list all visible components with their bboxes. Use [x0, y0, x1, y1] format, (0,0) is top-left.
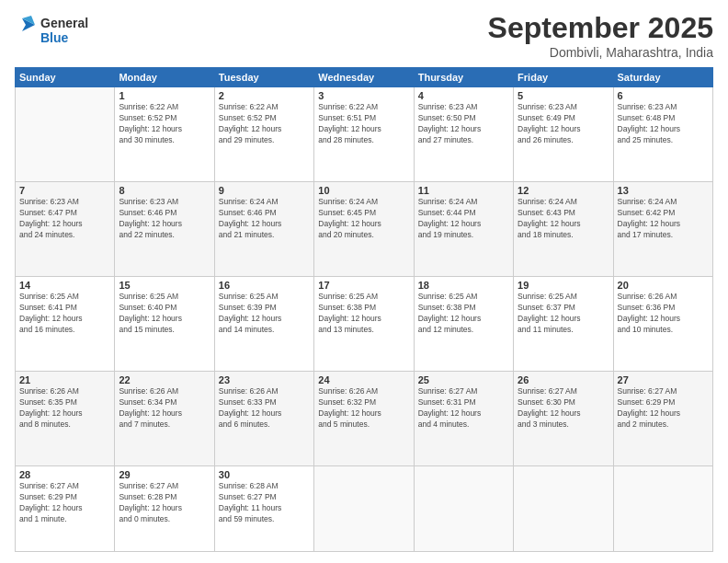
- calendar-cell: 6Sunrise: 6:23 AM Sunset: 6:48 PM Daylig…: [613, 87, 712, 182]
- day-info: Sunrise: 6:26 AM Sunset: 6:36 PM Dayligh…: [618, 292, 709, 336]
- calendar-cell: 24Sunrise: 6:26 AM Sunset: 6:32 PM Dayli…: [314, 372, 414, 466]
- calendar-week-row: 7Sunrise: 6:23 AM Sunset: 6:47 PM Daylig…: [16, 182, 713, 277]
- day-number: 3: [318, 90, 409, 101]
- month-title: September 2025: [488, 11, 713, 45]
- calendar-cell: 26Sunrise: 6:27 AM Sunset: 6:30 PM Dayli…: [514, 372, 613, 466]
- day-info: Sunrise: 6:27 AM Sunset: 6:31 PM Dayligh…: [418, 386, 509, 431]
- day-number: 5: [518, 90, 609, 101]
- calendar-cell: [613, 466, 712, 552]
- title-area: September 2025 Dombivli, Maharashtra, In…: [488, 11, 713, 60]
- day-number: 25: [418, 374, 509, 385]
- day-number: 7: [19, 185, 110, 196]
- weekday-header: Thursday: [414, 68, 513, 87]
- day-info: Sunrise: 6:27 AM Sunset: 6:29 PM Dayligh…: [19, 481, 110, 525]
- day-info: Sunrise: 6:23 AM Sunset: 6:50 PM Dayligh…: [418, 102, 509, 146]
- day-number: 6: [618, 90, 709, 101]
- calendar-cell: 18Sunrise: 6:25 AM Sunset: 6:38 PM Dayli…: [414, 277, 513, 372]
- day-info: Sunrise: 6:25 AM Sunset: 6:37 PM Dayligh…: [518, 292, 609, 336]
- calendar-week-row: 21Sunrise: 6:26 AM Sunset: 6:35 PM Dayli…: [16, 372, 713, 466]
- day-info: Sunrise: 6:23 AM Sunset: 6:47 PM Dayligh…: [19, 197, 110, 241]
- calendar-cell: 4Sunrise: 6:23 AM Sunset: 6:50 PM Daylig…: [414, 87, 513, 182]
- calendar-cell: 19Sunrise: 6:25 AM Sunset: 6:37 PM Dayli…: [514, 277, 613, 372]
- calendar-cell: [414, 466, 513, 552]
- day-number: 14: [19, 280, 110, 291]
- calendar-week-row: 1Sunrise: 6:22 AM Sunset: 6:52 PM Daylig…: [16, 87, 713, 182]
- day-info: Sunrise: 6:26 AM Sunset: 6:33 PM Dayligh…: [219, 386, 310, 431]
- calendar-cell: 15Sunrise: 6:25 AM Sunset: 6:40 PM Dayli…: [115, 277, 214, 372]
- day-number: 12: [518, 185, 609, 196]
- day-number: 17: [318, 280, 409, 291]
- day-number: 1: [119, 90, 210, 101]
- day-number: 10: [318, 185, 409, 196]
- day-number: 26: [518, 374, 609, 385]
- calendar-cell: 12Sunrise: 6:24 AM Sunset: 6:43 PM Dayli…: [514, 182, 613, 277]
- logo: General Blue: [15, 11, 116, 53]
- day-info: Sunrise: 6:24 AM Sunset: 6:42 PM Dayligh…: [618, 197, 709, 241]
- day-number: 28: [19, 469, 110, 480]
- day-number: 27: [618, 374, 709, 385]
- weekday-header: Tuesday: [214, 68, 313, 87]
- day-number: 13: [618, 185, 709, 196]
- weekday-header: Monday: [115, 68, 214, 87]
- svg-text:Blue: Blue: [40, 30, 69, 45]
- day-number: 2: [219, 90, 310, 101]
- day-info: Sunrise: 6:27 AM Sunset: 6:28 PM Dayligh…: [119, 481, 210, 525]
- calendar-cell: 22Sunrise: 6:26 AM Sunset: 6:34 PM Dayli…: [115, 372, 214, 466]
- header: General Blue September 2025 Dombivli, Ma…: [15, 11, 713, 60]
- day-info: Sunrise: 6:25 AM Sunset: 6:39 PM Dayligh…: [219, 292, 310, 336]
- day-info: Sunrise: 6:24 AM Sunset: 6:46 PM Dayligh…: [219, 197, 310, 241]
- calendar-week-row: 14Sunrise: 6:25 AM Sunset: 6:41 PM Dayli…: [16, 277, 713, 372]
- day-info: Sunrise: 6:27 AM Sunset: 6:29 PM Dayligh…: [618, 386, 709, 431]
- day-info: Sunrise: 6:25 AM Sunset: 6:40 PM Dayligh…: [119, 292, 210, 336]
- day-number: 8: [119, 185, 210, 196]
- weekday-header: Friday: [514, 68, 613, 87]
- day-info: Sunrise: 6:23 AM Sunset: 6:48 PM Dayligh…: [618, 102, 709, 146]
- svg-text:General: General: [40, 16, 88, 30]
- weekday-header-row: SundayMondayTuesdayWednesdayThursdayFrid…: [16, 68, 713, 87]
- calendar-cell: 8Sunrise: 6:23 AM Sunset: 6:46 PM Daylig…: [115, 182, 214, 277]
- day-number: 30: [219, 469, 310, 480]
- logo-text: General Blue: [15, 11, 116, 53]
- calendar-cell: 13Sunrise: 6:24 AM Sunset: 6:42 PM Dayli…: [613, 182, 712, 277]
- day-number: 16: [219, 280, 310, 291]
- day-info: Sunrise: 6:24 AM Sunset: 6:44 PM Dayligh…: [418, 197, 509, 241]
- day-number: 19: [518, 280, 609, 291]
- location: Dombivli, Maharashtra, India: [488, 45, 713, 60]
- calendar-cell: 7Sunrise: 6:23 AM Sunset: 6:47 PM Daylig…: [16, 182, 115, 277]
- day-number: 18: [418, 280, 509, 291]
- weekday-header: Sunday: [16, 68, 115, 87]
- calendar-cell: [514, 466, 613, 552]
- calendar-cell: 11Sunrise: 6:24 AM Sunset: 6:44 PM Dayli…: [414, 182, 513, 277]
- calendar-cell: 1Sunrise: 6:22 AM Sunset: 6:52 PM Daylig…: [115, 87, 214, 182]
- calendar-cell: 30Sunrise: 6:28 AM Sunset: 6:27 PM Dayli…: [214, 466, 313, 552]
- day-info: Sunrise: 6:28 AM Sunset: 6:27 PM Dayligh…: [219, 481, 310, 525]
- calendar-cell: 20Sunrise: 6:26 AM Sunset: 6:36 PM Dayli…: [613, 277, 712, 372]
- day-number: 22: [119, 374, 210, 385]
- calendar-cell: 5Sunrise: 6:23 AM Sunset: 6:49 PM Daylig…: [514, 87, 613, 182]
- calendar-cell: 29Sunrise: 6:27 AM Sunset: 6:28 PM Dayli…: [115, 466, 214, 552]
- weekday-header: Saturday: [613, 68, 712, 87]
- calendar-cell: 25Sunrise: 6:27 AM Sunset: 6:31 PM Dayli…: [414, 372, 513, 466]
- day-info: Sunrise: 6:24 AM Sunset: 6:45 PM Dayligh…: [318, 197, 409, 241]
- day-number: 24: [318, 374, 409, 385]
- day-info: Sunrise: 6:22 AM Sunset: 6:52 PM Dayligh…: [119, 102, 210, 146]
- day-info: Sunrise: 6:24 AM Sunset: 6:43 PM Dayligh…: [518, 197, 609, 241]
- day-number: 29: [119, 469, 210, 480]
- calendar-table: SundayMondayTuesdayWednesdayThursdayFrid…: [15, 67, 713, 552]
- page: General Blue September 2025 Dombivli, Ma…: [0, 0, 728, 563]
- calendar-cell: 9Sunrise: 6:24 AM Sunset: 6:46 PM Daylig…: [214, 182, 313, 277]
- day-number: 11: [418, 185, 509, 196]
- calendar-cell: 14Sunrise: 6:25 AM Sunset: 6:41 PM Dayli…: [16, 277, 115, 372]
- day-info: Sunrise: 6:25 AM Sunset: 6:41 PM Dayligh…: [19, 292, 110, 336]
- calendar-cell: 3Sunrise: 6:22 AM Sunset: 6:51 PM Daylig…: [314, 87, 414, 182]
- calendar-cell: 2Sunrise: 6:22 AM Sunset: 6:52 PM Daylig…: [214, 87, 313, 182]
- calendar-week-row: 28Sunrise: 6:27 AM Sunset: 6:29 PM Dayli…: [16, 466, 713, 552]
- day-number: 20: [618, 280, 709, 291]
- day-info: Sunrise: 6:23 AM Sunset: 6:49 PM Dayligh…: [518, 102, 609, 146]
- calendar-cell: 16Sunrise: 6:25 AM Sunset: 6:39 PM Dayli…: [214, 277, 313, 372]
- calendar-cell: [314, 466, 414, 552]
- day-number: 23: [219, 374, 310, 385]
- calendar-cell: 27Sunrise: 6:27 AM Sunset: 6:29 PM Dayli…: [613, 372, 712, 466]
- calendar-cell: 23Sunrise: 6:26 AM Sunset: 6:33 PM Dayli…: [214, 372, 313, 466]
- day-number: 15: [119, 280, 210, 291]
